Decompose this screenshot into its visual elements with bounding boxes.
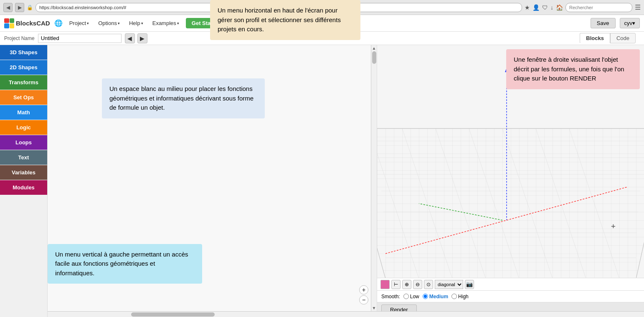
controls-bar: ⊢ ⊕ ⊖ ⊙ diagonal top front left 📷 xyxy=(377,278,644,290)
scroll-up-arrow[interactable]: ▲ xyxy=(372,46,376,50)
nav-help-label: Help xyxy=(129,20,140,26)
project-name-label: Project Name xyxy=(4,35,35,41)
forward-button[interactable]: ▶ xyxy=(15,3,24,12)
smooth-label: Smooth: xyxy=(381,294,400,299)
nav-options-dropdown-icon: ▾ xyxy=(118,21,120,25)
logo-sq-green xyxy=(10,18,15,23)
nav-examples-label: Examples xyxy=(152,20,176,26)
scroll-thumb[interactable] xyxy=(372,51,376,64)
left-sidebar: 3D Shapes 2D Shapes Transforms Set Ops M… xyxy=(0,45,48,317)
browser-menu-icon[interactable]: ☰ xyxy=(635,3,641,11)
bookmark-icon[interactable]: ★ xyxy=(525,4,530,11)
globe-icon[interactable]: 🌐 xyxy=(54,19,63,27)
quality-high-radio[interactable] xyxy=(451,294,457,299)
logo-sq-blue xyxy=(4,23,9,28)
tooltip-render: Une fenêtre à droite visualisant l'objet… xyxy=(506,49,640,89)
sidebar-2d-shapes-label: 2D Shapes xyxy=(10,64,37,70)
zoom-in-btn[interactable]: + xyxy=(359,285,368,294)
save-button[interactable]: Save xyxy=(591,18,616,28)
zoom-controls: + − xyxy=(359,285,368,304)
logo-icon xyxy=(4,18,14,28)
nav-project[interactable]: Project ▾ xyxy=(67,18,91,28)
tooltip-top-text: Un menu horizontal en haut de l'écran po… xyxy=(218,7,341,33)
sidebar-3d-shapes-label: 3D Shapes xyxy=(10,49,37,55)
view-select[interactable]: diagonal top front left xyxy=(435,280,463,289)
scroll-thumb-horizontal[interactable] xyxy=(131,312,215,317)
scroll-down-arrow[interactable]: ▼ xyxy=(372,306,376,310)
sidebar-variables-label: Variables xyxy=(12,169,35,176)
sidebar-modules-label: Modules xyxy=(13,184,35,191)
download-icon[interactable]: ↓ xyxy=(550,4,553,11)
svg-marker-0 xyxy=(377,128,644,278)
browser-search-input[interactable] xyxy=(565,3,632,12)
zoom-out-button[interactable]: ⊖ xyxy=(413,280,422,289)
tooltip-sidebar-text: Un menu vertical à gauche permettant un … xyxy=(55,251,188,277)
back-button[interactable]: ◀ xyxy=(3,3,13,12)
nav-help[interactable]: Help ▾ xyxy=(127,18,146,28)
tooltip-workspace-text: Un espace blanc au milieu pour placer le… xyxy=(109,85,254,111)
zoom-out-btn[interactable]: − xyxy=(359,295,368,304)
logo-sq-yellow xyxy=(10,23,15,28)
home-icon[interactable]: 🏠 xyxy=(556,4,563,11)
tooltip-sidebar: Un menu vertical à gauche permettant un … xyxy=(48,244,202,284)
logo-text: BlocksCAD xyxy=(16,20,50,27)
quality-high-label[interactable]: High xyxy=(451,294,469,299)
camera-button[interactable]: 📷 xyxy=(465,280,474,289)
quality-low-label[interactable]: Low xyxy=(403,294,419,299)
nav-options[interactable]: Options ▾ xyxy=(96,18,122,28)
nav-examples[interactable]: Examples ▾ xyxy=(150,18,182,28)
quality-high-text: High xyxy=(458,294,469,299)
shield-icon[interactable]: 🛡 xyxy=(542,4,548,11)
undo-button[interactable]: ◀ xyxy=(125,33,135,43)
project-name-input[interactable] xyxy=(38,34,122,43)
tooltip-top: Un menu horizontal en haut de l'écran po… xyxy=(210,0,360,40)
sidebar-math-label: Math xyxy=(17,109,30,116)
sidebar-item-3d-shapes[interactable]: 3D Shapes xyxy=(0,45,47,60)
quality-low-radio[interactable] xyxy=(403,294,409,299)
vertical-scrollbar[interactable]: ▲ ▼ xyxy=(371,45,377,311)
sidebar-item-math[interactable]: Math xyxy=(0,105,47,120)
tab-code[interactable]: Code xyxy=(610,33,636,43)
url-text: https://blockscad.einsteinsworkshop.com/… xyxy=(39,5,127,10)
orbit-button[interactable]: ⊙ xyxy=(424,280,433,289)
nav-options-label: Options xyxy=(98,20,117,26)
nav-help-dropdown-icon: ▾ xyxy=(141,21,143,25)
sidebar-item-text[interactable]: Text xyxy=(0,150,47,165)
user-menu-button[interactable]: cyv▾ xyxy=(620,18,640,28)
quality-low-text: Low xyxy=(410,294,419,299)
sidebar-logic-label: Logic xyxy=(16,124,31,131)
sidebar-transforms-label: Transforms xyxy=(9,79,38,86)
shape-minus-button[interactable]: ⊢ xyxy=(391,280,401,289)
render-viewport[interactable]: + Une fenêtre à droite visualisant l'obj… xyxy=(377,45,644,278)
tooltip-workspace: Un espace blanc au milieu pour placer le… xyxy=(102,78,265,118)
quality-medium-radio[interactable] xyxy=(423,294,428,299)
nav-project-dropdown-icon: ▾ xyxy=(87,21,89,25)
redo-button[interactable]: ▶ xyxy=(137,33,147,43)
sidebar-item-variables[interactable]: Variables xyxy=(0,165,47,180)
sidebar-item-transforms[interactable]: Transforms xyxy=(0,75,47,90)
sidebar-item-2d-shapes[interactable]: 2D Shapes xyxy=(0,60,47,75)
tooltip-render-text: Une fenêtre à droite visualisant l'objet… xyxy=(514,56,624,82)
lock-icon: 🔒 xyxy=(27,5,33,10)
nav-examples-dropdown-icon: ▾ xyxy=(177,21,179,25)
quality-medium-label[interactable]: Medium xyxy=(423,294,448,299)
sidebar-loops-label: Loops xyxy=(15,139,32,146)
quality-medium-text: Medium xyxy=(429,294,448,299)
sidebar-text-label: Text xyxy=(18,154,29,161)
zoom-in-button[interactable]: ⊕ xyxy=(402,280,411,289)
quality-bar: Smooth: Low Medium High xyxy=(377,290,644,302)
sidebar-item-loops[interactable]: Loops xyxy=(0,135,47,150)
right-panel: Un menu horizontal en haut de l'écran po… xyxy=(377,45,644,317)
color-picker-button[interactable] xyxy=(380,280,390,289)
view-tabs: Blocks Code xyxy=(580,33,636,43)
sidebar-item-modules[interactable]: Modules xyxy=(0,180,47,195)
logo-sq-red xyxy=(4,18,9,23)
project-bar-actions: ◀ ▶ xyxy=(125,33,147,43)
workspace-area[interactable]: Un espace blanc au milieu pour placer le… xyxy=(48,45,377,317)
app-logo: BlocksCAD xyxy=(4,18,50,28)
horizontal-scrollbar[interactable] xyxy=(48,311,644,317)
tab-blocks[interactable]: Blocks xyxy=(580,33,610,43)
sidebar-item-set-ops[interactable]: Set Ops xyxy=(0,90,47,105)
person-icon[interactable]: 👤 xyxy=(532,4,540,11)
sidebar-item-logic[interactable]: Logic xyxy=(0,120,47,135)
